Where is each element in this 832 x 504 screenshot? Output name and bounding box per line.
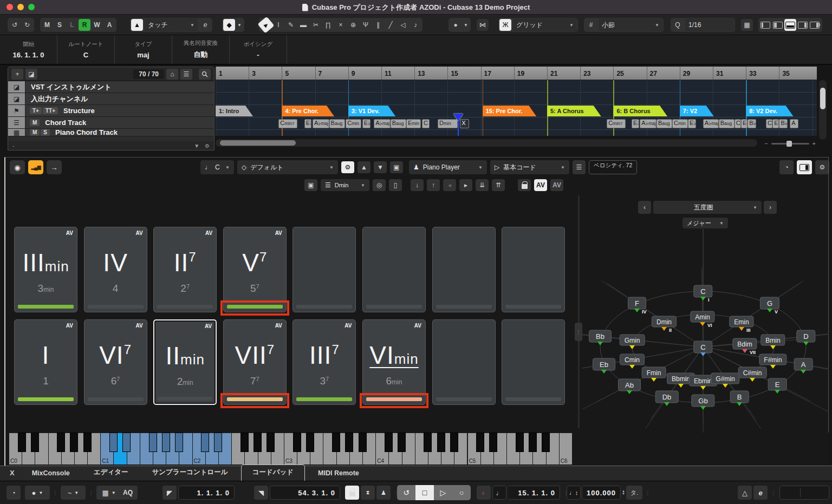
marker-event[interactable]: 6: B Chorus <box>613 106 667 116</box>
vertical-scroll-thumb[interactable] <box>820 88 826 109</box>
track-m-button[interactable]: M <box>30 129 40 136</box>
black-key-F#4[interactable] <box>424 433 432 452</box>
marker-event[interactable]: 3: V1 Dev. <box>348 106 395 116</box>
track-row-入出力チャンネル[interactable]: ◪入出力チャンネル <box>8 93 214 105</box>
chord-event[interactable]: E♭ <box>688 119 696 128</box>
piano-keyboard[interactable]: C0C1C2C3C4C5C6 <box>9 433 572 465</box>
tool-select-icon[interactable]: ► <box>258 17 275 34</box>
chord-event[interactable]: E♭ <box>304 119 312 128</box>
black-key-G#2[interactable] <box>253 433 262 452</box>
tool-split-icon[interactable]: ✂ <box>310 19 322 31</box>
tool-mute-icon[interactable]: × <box>335 19 347 31</box>
black-key-F#2[interactable] <box>240 433 249 452</box>
black-key-D#0[interactable] <box>31 433 39 452</box>
info-value[interactable]: maj <box>137 51 149 59</box>
circle-node-emin[interactable]: Emin <box>729 316 753 328</box>
global-a-button[interactable]: A <box>103 19 115 31</box>
circle-node-e[interactable]: E <box>768 378 787 391</box>
track-filter-button[interactable]: ☰ <box>180 69 192 80</box>
chord-event[interactable]: B♭ <box>748 119 756 128</box>
tab-サンプラーコントロール[interactable]: サンプラーコントロール <box>141 465 239 481</box>
global-m-button[interactable]: M <box>41 19 53 31</box>
suspend-automation-button[interactable]: e <box>199 19 211 31</box>
zone-divider-handle[interactable]: ⋮ <box>575 323 582 341</box>
circle-node-g[interactable]: G <box>760 297 779 310</box>
quantize-dropdown[interactable]: 1/16 <box>685 18 734 31</box>
info-field-1[interactable]: ルートノートC <box>57 35 115 64</box>
time-display[interactable]: 15. 1. 1. 0 <box>508 486 560 500</box>
circle-node-fmin[interactable]: Fmin <box>642 367 666 378</box>
track-ttplus-button[interactable]: TT+ <box>43 107 58 114</box>
black-key-F#1[interactable] <box>149 433 157 452</box>
right-locator-field[interactable]: 54. 3. 1. 0 <box>270 486 340 500</box>
tension-up-button[interactable]: ⇈ <box>492 179 505 191</box>
left-zone-button[interactable] <box>759 19 771 31</box>
left-locator-icon[interactable]: ◤ <box>162 486 177 500</box>
assign-chord-dropdown[interactable]: ☰Dmin▼ <box>321 179 369 191</box>
chord-pad-vimin[interactable]: AVVImin6min <box>362 319 426 405</box>
tool-draw-icon[interactable]: ✎ <box>285 19 297 31</box>
player-mode-dropdown[interactable]: ▷基本コード▼ <box>490 160 569 174</box>
chord-event[interactable]: C <box>734 119 741 128</box>
black-key-F#5[interactable] <box>516 433 524 452</box>
click-pattern-button[interactable]: ◔ <box>6 486 21 500</box>
black-key-A#3[interactable] <box>359 433 367 452</box>
previous-voicing-button[interactable]: ◂ <box>443 179 456 191</box>
stop-button[interactable]: □ <box>415 485 434 500</box>
chord-event[interactable]: Emin <box>406 119 421 128</box>
zoom-out-icon[interactable]: − <box>764 140 768 147</box>
crossfade-button[interactable]: ⋈ <box>477 19 489 31</box>
circle-node-f[interactable]: F <box>628 297 646 310</box>
circle-node-ab[interactable]: Ab <box>618 379 641 391</box>
tab-mixconsole[interactable]: MixConsole <box>21 467 81 481</box>
circle-node-c[interactable]: C <box>693 285 712 298</box>
chord-pad-empty[interactable] <box>502 227 565 312</box>
left-locator-field[interactable]: 1. 1. 1. 0 <box>178 486 235 500</box>
right-zone-button[interactable] <box>797 19 809 31</box>
global-s-button[interactable]: S <box>54 19 66 31</box>
circle-node-g#min[interactable]: G#min <box>711 373 739 384</box>
player-dropdown[interactable]: ♟Piano Player▼ <box>409 160 487 174</box>
black-key-G#1[interactable] <box>162 433 170 452</box>
tempo-track-icon[interactable]: ♩↕ <box>567 486 581 500</box>
circle-node-amin[interactable]: Amin <box>690 311 714 323</box>
preroll-button[interactable]: ◐ <box>477 486 491 500</box>
chord-pads-output-button[interactable]: → <box>47 160 62 174</box>
track-s-button[interactable]: S <box>41 129 50 136</box>
black-key-C#0[interactable] <box>18 433 26 452</box>
home-view-button[interactable]: ⌂ <box>166 69 178 80</box>
circle-node-gmin[interactable]: Gmin <box>620 335 645 346</box>
marker-event[interactable]: 5: A Chorus <box>547 106 601 116</box>
black-key-G#3[interactable] <box>345 433 353 452</box>
next-voicing-button[interactable]: ▸ <box>459 179 472 191</box>
circle-node-eb[interactable]: Eb <box>593 358 615 371</box>
tension-down-button[interactable]: ⇊ <box>476 179 489 191</box>
global-l-button[interactable]: L <box>66 19 78 31</box>
chord-event[interactable]: A♭maj <box>703 119 719 128</box>
use-track-preset-button[interactable]: ◪ <box>25 69 37 80</box>
circle-node-cmin[interactable]: Cmin <box>620 354 645 365</box>
circle-node-f#min[interactable]: F#min <box>759 354 786 365</box>
chord-event[interactable]: E♭ <box>632 119 639 128</box>
auto-punch-button[interactable]: ◆ <box>223 19 235 31</box>
track-row-chord-track[interactable]: ☰MChord Track <box>8 117 214 129</box>
circle-node-c-center[interactable]: C <box>693 341 712 354</box>
marker-event[interactable]: 1: Intro <box>216 106 253 116</box>
zone-setup-button[interactable]: ⚙ <box>809 19 821 31</box>
time-ruler[interactable]: 1357911131517192123252729313335 <box>216 67 817 80</box>
auto-punch-dropdown[interactable]: ▼ <box>236 19 243 31</box>
transpose-down-button[interactable]: ↓ <box>411 179 424 191</box>
black-key-C#4[interactable] <box>385 433 393 452</box>
auto-quantize-button[interactable]: AQ <box>118 486 138 500</box>
chord-pads-display-button[interactable]: ▂▄▆ <box>28 160 43 174</box>
adaptive-voicing-button[interactable]: AV <box>534 179 547 191</box>
close-lower-zone-button[interactable]: X <box>5 466 19 481</box>
chord-event[interactable]: C <box>766 119 772 128</box>
black-key-C#3[interactable] <box>293 433 301 452</box>
info-value[interactable]: - <box>257 51 259 59</box>
black-key-G#0[interactable] <box>70 433 78 452</box>
track-m-button[interactable]: M <box>30 119 40 126</box>
zoom-in-icon[interactable]: + <box>812 140 816 147</box>
adaptive-voicing-reference-button[interactable]: AV <box>550 179 563 191</box>
tempo-spinner[interactable]: ▲▼ <box>622 490 625 495</box>
